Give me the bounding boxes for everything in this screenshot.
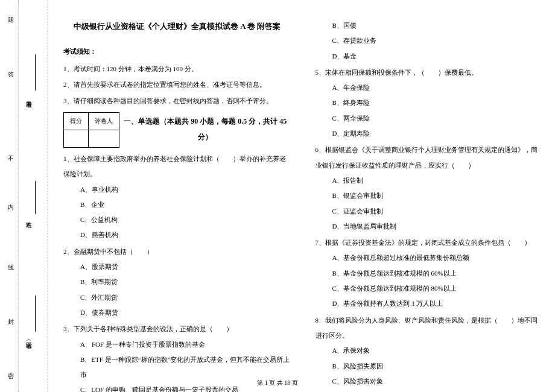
seal-marker: 内	[6, 199, 14, 203]
score-cell	[64, 130, 89, 147]
option: B、银监会审批制	[332, 188, 544, 203]
question-stem: 1、社会保障主要指政府举办的养老社会保险计划和（ ）举办的补充养老保险计划。	[63, 151, 291, 182]
question-stem: 3、下列关于各种特殊类型基金的说法，正确的是（ ）	[63, 321, 291, 337]
option: A、基金份额总额超过核准的最低募集份额总额	[332, 250, 544, 265]
option: C、外汇期货	[80, 290, 291, 305]
binding-underline	[35, 296, 36, 332]
right-column: B、国债 C、存贷款业务 D、基金 5、宋体在相同保额和投保条件下，（ ）保费最…	[303, 0, 556, 392]
score-header-grader: 评卷人	[89, 112, 119, 130]
option: B、国债	[332, 18, 544, 33]
option: A、事业机构	[80, 182, 291, 197]
left-column: 中级银行从业资格证《个人理财》全真模拟试卷 A 卷 附答案 考试须知： 1、考试…	[48, 0, 303, 392]
option: A、报告制	[332, 173, 544, 188]
seal-marker: 题	[6, 12, 14, 16]
seal-marker: 线	[6, 259, 14, 263]
binding-margin: 省（市区） 姓名 准考证号 密 封 线 内 不 答 题	[0, 0, 48, 392]
option: A、承保对象	[332, 343, 544, 358]
page-footer: 第 1 页 共 18 页	[0, 379, 555, 387]
question-stem: 5、宋体在相同保额和投保条件下，（ ）保费最低。	[316, 65, 544, 80]
exam-title: 中级银行从业资格证《个人理财》全真模拟试卷 A 卷 附答案	[63, 18, 291, 36]
option: B、风险损失原因	[332, 359, 544, 374]
option: C、基金份额总额达到核准规模的 80%以上	[332, 281, 544, 296]
option: D、风险损害结果	[332, 389, 544, 392]
question-stem: 8、我们将风险分为人身风险、财产风险和责任风险，是根据（ ）地不同进行区分。	[316, 313, 544, 344]
notice-item: 2、请首先按要求在试卷的指定位置填写您的姓名、准考证号等信息。	[63, 77, 291, 92]
seal-marker: 答	[6, 66, 14, 70]
option: D、定期寿险	[332, 126, 544, 141]
notice-item: 3、请仔细阅读各种题目的回答要求，在密封线内答题，否则不予评分。	[63, 93, 291, 109]
option: C、两全保险	[332, 111, 544, 126]
binding-underline	[35, 54, 36, 90]
section-title: 一、单选题（本题共 90 小题，每题 0.5 分，共计 45 分）	[119, 111, 291, 145]
option: C、证监会审批制	[332, 204, 544, 219]
option: D、债券期货	[80, 305, 291, 320]
question-stem: 7、根据《证券投资基金法》的规定，封闭式基金成立的条件包括（ ）	[316, 235, 544, 250]
option: D、当地银监局审批制	[332, 219, 544, 234]
content-area: 中级银行从业资格证《个人理财》全真模拟试卷 A 卷 附答案 考试须知： 1、考试…	[48, 0, 555, 392]
option: B、利率期货	[80, 274, 291, 289]
option: C、公益机构	[80, 212, 291, 227]
seal-marker: 密	[6, 368, 14, 371]
option: A、股票期货	[80, 259, 291, 274]
option: A、年金保险	[332, 80, 544, 95]
option: B、ETF 是一种跟踪“标的指数”变化的开放式基金，但其不能在交易所上市	[80, 352, 291, 383]
seal-marker: 不	[6, 151, 14, 154]
score-header-score: 得分	[64, 112, 89, 130]
option: A、FOF 是一种专门投资于股票指数的基金	[80, 337, 291, 352]
option: B、终身寿险	[332, 95, 544, 110]
notice-header: 考试须知：	[63, 44, 291, 58]
option: D、慈善机构	[80, 227, 291, 242]
option: C、存贷款业务	[332, 33, 544, 48]
grader-cell	[89, 130, 119, 147]
option: B、企业	[80, 197, 291, 212]
notice-item: 1、考试时间：120 分钟，本卷满分为 100 分。	[63, 61, 291, 77]
question-stem: 2、金融期货中不包括（ ）	[63, 244, 291, 259]
option: B、基金份额总额达到核准规模的 60%以上	[332, 266, 544, 281]
seal-marker: 封	[6, 314, 14, 317]
option: D、基金份额持有人数达到 1 万人以上	[332, 296, 544, 311]
binding-dotted-line	[18, 0, 19, 392]
option: D、基金	[332, 49, 544, 64]
question-stem: 6、根据银监会《关于调整商业银行个人理财业务管理有关规定的通知》，商业银行发行保…	[316, 142, 544, 173]
score-table: 得分 评卷人	[63, 112, 119, 148]
binding-underline	[35, 181, 36, 214]
